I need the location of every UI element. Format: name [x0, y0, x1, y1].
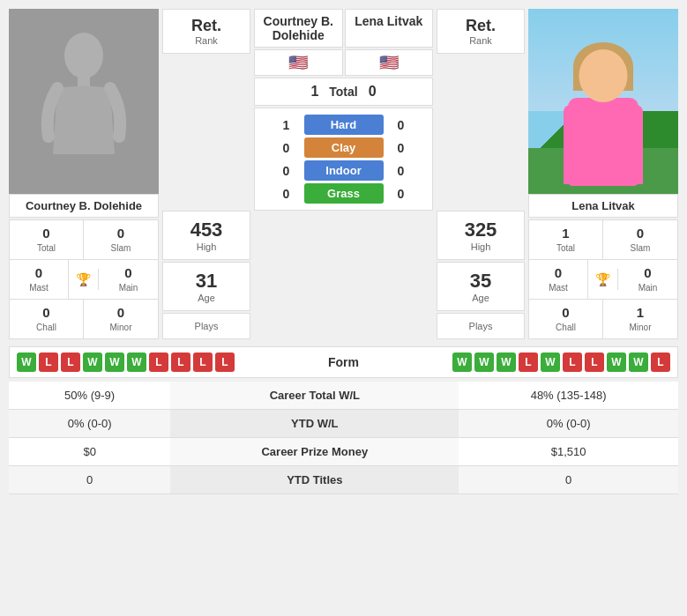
- left-player-photo: [9, 9, 159, 194]
- hard-badge: Hard: [304, 115, 384, 135]
- left-mast-label: Mast: [29, 283, 49, 293]
- left-form-2: L: [39, 353, 58, 372]
- career-left-0: 50% (9-9): [9, 382, 170, 410]
- career-stats-table: 50% (9-9) Career Total W/L 48% (135-148)…: [9, 382, 678, 494]
- right-form-8: W: [607, 353, 626, 372]
- left-slam-cell: 0 Slam: [84, 220, 158, 259]
- left-age-label: Age: [170, 293, 243, 303]
- right-photo-real: [528, 9, 678, 194]
- right-plays-box: Plays: [437, 313, 525, 339]
- career-left-1: 0% (0-0): [9, 410, 170, 438]
- left-total-cell: 0 Total: [10, 220, 84, 259]
- grass-badge: Grass: [304, 183, 384, 204]
- right-form-2: W: [474, 353, 494, 372]
- left-main-value: 0: [102, 265, 154, 280]
- left-stat-panels: Ret. Rank 453 High 31 Age Plays: [162, 9, 250, 339]
- right-minor-cell: 1 Minor: [603, 300, 677, 338]
- trophy-icon-left: 🏆: [76, 272, 91, 286]
- left-stats-grid: 0 Total 0 Slam 0 Mast 🏆: [9, 219, 159, 339]
- left-plays-label: Plays: [170, 321, 243, 331]
- left-slam-value: 0: [87, 226, 154, 241]
- right-main-label: Main: [638, 283, 658, 293]
- right-player-wrapper: Lena Litvak 1 Total 0 Slam 0: [528, 9, 678, 339]
- left-form-1: W: [17, 353, 36, 372]
- right-high-value: 325: [444, 219, 517, 241]
- clay-right-score: 0: [391, 141, 412, 155]
- right-slam-label: Slam: [631, 243, 651, 253]
- career-right-1: 0% (0-0): [459, 410, 678, 438]
- right-rank-value: Ret.: [444, 17, 517, 35]
- left-minor-value: 0: [87, 305, 154, 320]
- right-flag: 🇺🇸: [345, 49, 434, 76]
- career-label-2: Career Prize Money: [170, 438, 459, 466]
- left-form-4: W: [83, 353, 102, 372]
- right-stat-panels: Ret. Rank 325 High 35 Age Plays: [437, 9, 525, 339]
- right-player-name: Lena Litvak: [531, 199, 676, 212]
- left-trophy: 🏆: [69, 269, 99, 290]
- right-form-6: L: [563, 353, 582, 372]
- left-form-5: W: [105, 353, 124, 372]
- right-chall-cell: 0 Chall: [529, 300, 603, 338]
- left-rank-box: Ret. Rank: [162, 9, 250, 54]
- center-panel: Courtney B. Dolehide Lena Litvak 🇺🇸 🇺🇸 1…: [254, 9, 433, 339]
- left-player-name: Courtney B. Dolehide: [11, 199, 156, 212]
- left-high-label: High: [170, 241, 243, 252]
- left-mast-cell: 0 Mast: [10, 260, 69, 299]
- career-label-3: YTD Titles: [170, 466, 459, 494]
- right-player-name-box: Lena Litvak: [528, 194, 678, 218]
- left-bottom-stats: 0 Chall 0 Minor: [10, 300, 158, 338]
- grass-left-score: 0: [276, 187, 297, 201]
- total-right-score: 0: [369, 84, 377, 100]
- right-age-box: 35 Age: [437, 262, 525, 311]
- right-chall-value: 0: [533, 305, 599, 320]
- right-main-value: 0: [622, 265, 674, 280]
- left-main-label: Main: [119, 283, 138, 293]
- grass-right-score: 0: [391, 187, 412, 201]
- hard-left-score: 1: [276, 118, 297, 132]
- left-age-value: 31: [170, 270, 243, 293]
- right-form-1: W: [452, 353, 472, 372]
- left-form-6: W: [127, 353, 146, 372]
- indoor-right-score: 0: [391, 164, 412, 178]
- career-stat-row-0: 50% (9-9) Career Total W/L 48% (135-148): [9, 382, 678, 410]
- left-rank-label: Rank: [170, 35, 243, 46]
- right-total-cell: 1 Total: [529, 220, 603, 259]
- left-chall-cell: 0 Chall: [10, 300, 84, 338]
- indoor-left-score: 0: [276, 164, 297, 178]
- right-rank-label: Rank: [444, 35, 517, 46]
- left-rank-value: Ret.: [170, 17, 243, 35]
- right-form-3: W: [497, 353, 516, 372]
- left-player-name-box: Courtney B. Dolehide: [9, 194, 159, 218]
- right-total-label: Total: [556, 243, 575, 253]
- left-high-value: 453: [170, 219, 243, 241]
- right-trophy: 🏆: [588, 269, 618, 290]
- right-high-box: 325 High: [437, 211, 525, 260]
- right-bottom-stats: 0 Chall 1 Minor: [529, 300, 677, 338]
- right-minor-label: Minor: [629, 323, 651, 332]
- left-minor-label: Minor: [109, 323, 131, 332]
- top-section: Courtney B. Dolehide 0 Total 0 Slam 0: [9, 9, 678, 339]
- form-section: W L L W W W L L L L Form W W W L W L L W…: [9, 346, 678, 378]
- left-flag: 🇺🇸: [254, 49, 343, 76]
- left-total-label: Total: [37, 243, 56, 253]
- right-age-label: Age: [444, 293, 517, 303]
- right-high-label: High: [444, 241, 517, 252]
- right-slam-value: 0: [607, 226, 674, 241]
- left-form-10: L: [215, 353, 235, 372]
- right-mast-label: Mast: [549, 283, 568, 293]
- right-form-4: L: [519, 353, 538, 372]
- total-match-row: 1 Total 0: [254, 78, 433, 106]
- right-minor-value: 1: [607, 305, 674, 320]
- left-slam-label: Slam: [111, 243, 131, 253]
- left-form-7: L: [149, 353, 168, 372]
- left-chall-label: Chall: [36, 323, 56, 332]
- career-right-0: 48% (135-148): [459, 382, 678, 410]
- surface-row-grass: 0 Grass 0: [255, 183, 432, 204]
- left-form-8: L: [171, 353, 190, 372]
- right-form-9: W: [629, 353, 648, 372]
- total-label: Total: [329, 85, 357, 99]
- right-main-cell: 0 Main: [618, 260, 677, 299]
- career-stat-row-1: 0% (0-0) YTD W/L 0% (0-0): [9, 410, 678, 438]
- left-chall-value: 0: [13, 305, 79, 320]
- right-plays-label: Plays: [444, 321, 517, 331]
